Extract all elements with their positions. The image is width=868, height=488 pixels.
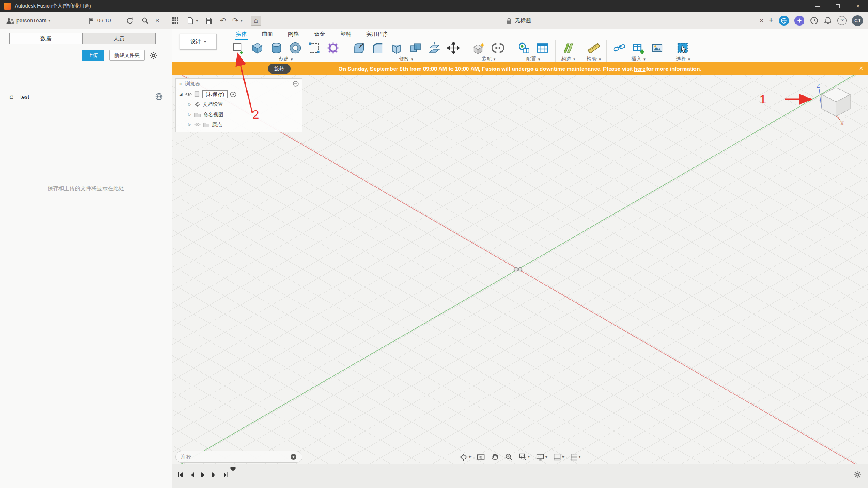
browser-item-origin[interactable]: ▷ 原点 <box>176 119 302 130</box>
undo-button[interactable]: ↶ <box>220 16 226 25</box>
create-pattern-button[interactable] <box>305 40 323 56</box>
zoom-button[interactable] <box>505 453 513 461</box>
new-component-button[interactable] <box>470 40 488 56</box>
tab-plastic[interactable]: 塑料 <box>339 29 352 40</box>
target-icon[interactable] <box>230 91 236 98</box>
refresh-button[interactable] <box>126 17 134 24</box>
canvas-button[interactable] <box>648 40 666 56</box>
joint-button[interactable] <box>489 40 507 56</box>
cloud-project-icon[interactable] <box>155 93 163 101</box>
group-modify-label[interactable]: 修改 ▾ <box>399 56 413 62</box>
minimize-button[interactable]: — <box>807 0 828 12</box>
step-forward-button[interactable] <box>211 472 217 478</box>
comment-menu-icon[interactable] <box>290 454 297 460</box>
skip-to-end-button[interactable] <box>222 472 229 478</box>
move-button[interactable] <box>445 40 462 56</box>
user-avatar[interactable]: GT <box>852 15 863 26</box>
fillet-button[interactable] <box>369 40 386 56</box>
tab-surface[interactable]: 曲面 <box>261 29 274 40</box>
clear-search-button[interactable]: × <box>156 17 159 24</box>
tab-solid[interactable]: 实体 <box>235 29 248 40</box>
visibility-eye-icon[interactable] <box>185 92 192 97</box>
browser-item-named-views[interactable]: ▷ 命名视图 <box>176 109 302 119</box>
group-configure-label[interactable]: 配置 ▾ <box>526 56 540 62</box>
collapse-left-icon[interactable]: « <box>179 81 182 87</box>
expanded-triangle-icon[interactable]: ◢ <box>179 92 183 96</box>
close-button[interactable]: × <box>848 0 868 12</box>
new-folder-button[interactable]: 新建文件夹 <box>109 50 145 61</box>
expand-triangle-icon[interactable]: ▷ <box>188 122 192 127</box>
create-cylinder-button[interactable] <box>267 40 285 56</box>
redo-button[interactable]: ↷ ▾ <box>232 16 243 25</box>
press-pull-button[interactable] <box>350 40 368 56</box>
settings-gear-button[interactable] <box>150 52 157 59</box>
model-viewport[interactable]: « 浏览器 ◢ (未保存) ▷ 文档设置 <box>172 75 868 464</box>
extensions-button[interactable] <box>779 16 789 26</box>
team-selector[interactable]: personTeam ▾ <box>6 17 50 24</box>
help-button[interactable]: ? <box>837 16 847 25</box>
banner-link[interactable]: here <box>634 66 645 72</box>
fit-button[interactable]: ▾ <box>519 453 530 461</box>
group-construct-label[interactable]: 构造 ▾ <box>561 56 575 62</box>
search-button[interactable] <box>141 17 149 24</box>
create-torus-button[interactable] <box>286 40 304 56</box>
workspace-selector[interactable]: 设计 ▾ <box>180 34 217 50</box>
select-button[interactable] <box>674 40 692 56</box>
unsaved-document-label[interactable]: (未保存) <box>202 90 228 98</box>
collapse-circle-icon[interactable] <box>293 81 299 87</box>
close-document-button[interactable]: × <box>760 17 764 24</box>
project-row[interactable]: ⌂ test <box>9 93 163 101</box>
grid-snap-button[interactable]: ▾ <box>553 454 564 461</box>
insert-table-button[interactable] <box>630 40 647 56</box>
browser-item-document-settings[interactable]: ▷ 文档设置 <box>176 99 302 109</box>
quota-indicator[interactable]: 0 / 10 <box>87 17 111 24</box>
insert-derive-button[interactable] <box>611 40 628 56</box>
browser-root-row[interactable]: ◢ (未保存) <box>176 89 302 99</box>
maximize-button[interactable] <box>828 0 848 12</box>
construct-plane-button[interactable] <box>559 40 577 56</box>
display-settings-button[interactable]: ▾ <box>536 454 548 461</box>
app-store-button[interactable] <box>794 16 804 26</box>
group-insert-label[interactable]: 插入 ▾ <box>631 56 646 62</box>
expand-triangle-icon[interactable]: ▷ <box>188 112 192 117</box>
skip-to-start-button[interactable] <box>177 472 184 478</box>
viewports-button[interactable]: ▾ <box>570 454 581 461</box>
timeline-playhead[interactable] <box>229 466 237 486</box>
offset-face-button[interactable] <box>426 40 443 56</box>
look-at-button[interactable] <box>477 454 485 461</box>
tab-mesh[interactable]: 网格 <box>287 29 300 40</box>
play-button[interactable] <box>200 472 206 478</box>
create-sketch-button[interactable] <box>230 40 247 56</box>
home-view-button[interactable]: ⌂ <box>251 16 261 26</box>
configure-button[interactable] <box>515 40 532 56</box>
timeline-settings-button[interactable] <box>853 471 861 479</box>
orbit-button[interactable]: ▾ <box>460 453 471 461</box>
origin-icon[interactable] <box>514 268 522 271</box>
create-box-button[interactable] <box>249 40 266 56</box>
step-back-button[interactable] <box>189 472 195 478</box>
group-select-label[interactable]: 选择 ▾ <box>676 56 690 62</box>
tab-utilities[interactable]: 实用程序 <box>365 29 389 40</box>
banner-close-button[interactable]: × <box>859 62 863 75</box>
save-button[interactable] <box>205 17 212 24</box>
comment-bar[interactable]: 注释 <box>175 451 302 463</box>
group-create-label[interactable]: 创建 ▾ <box>279 56 293 62</box>
visibility-eye-off-icon[interactable] <box>194 122 201 127</box>
shell-button[interactable] <box>388 40 405 56</box>
pan-button[interactable] <box>491 453 499 461</box>
configuration-table-button[interactable] <box>534 40 551 56</box>
notifications-button[interactable] <box>824 16 832 24</box>
combine-button[interactable] <box>407 40 424 56</box>
group-inspect-label[interactable]: 检验 ▾ <box>587 56 601 62</box>
tab-people[interactable]: 人员 <box>82 33 156 44</box>
upload-button[interactable]: 上传 <box>82 50 104 61</box>
new-document-button[interactable]: + <box>769 16 773 25</box>
group-assemble-label[interactable]: 装配 ▾ <box>482 56 496 62</box>
job-status-button[interactable] <box>810 16 818 25</box>
view-cube[interactable]: Z X <box>813 81 857 126</box>
show-data-panel-button[interactable] <box>172 17 179 24</box>
measure-button[interactable] <box>585 40 603 56</box>
file-menu-button[interactable]: ▾ <box>186 17 198 24</box>
tab-data[interactable]: 数据 <box>10 33 82 44</box>
tab-sheetmetal[interactable]: 钣金 <box>313 29 326 40</box>
